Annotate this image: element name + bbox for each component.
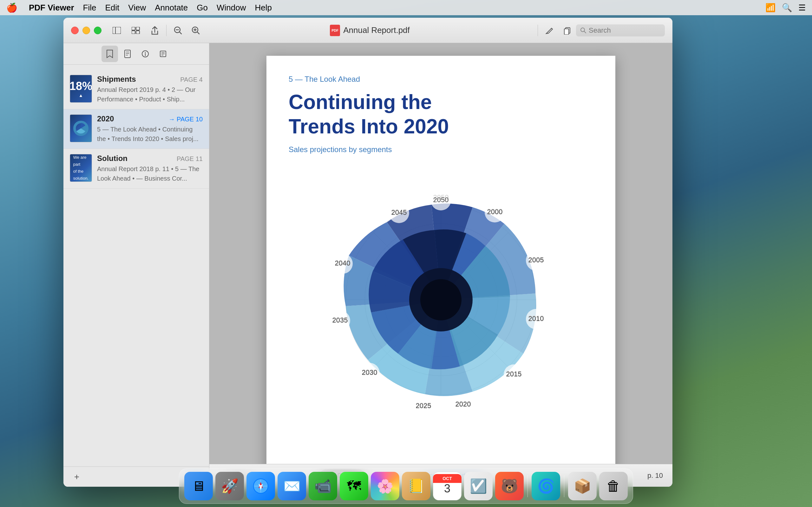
info-tool-button[interactable] — [137, 46, 154, 62]
svg-text:2040: 2040 — [335, 259, 351, 267]
dock-item-finder[interactable]: 🖥 — [184, 472, 213, 500]
sidebar-toolbar — [63, 43, 209, 65]
window-titlebar: PDF Annual Report.pdf — [63, 18, 672, 43]
svg-text:2015: 2015 — [506, 370, 522, 378]
zoom-in-button[interactable] — [187, 22, 205, 39]
result-page: PAGE 11 — [177, 155, 203, 163]
dock-item-trash[interactable]: 🗑 — [599, 472, 628, 500]
attachments-tool-button[interactable] — [155, 46, 171, 62]
dock-item-xip[interactable]: 📦 — [568, 472, 597, 500]
svg-rect-3 — [136, 27, 140, 30]
result-header: 2020 → PAGE 10 — [97, 114, 203, 123]
menubar-file[interactable]: File — [83, 3, 96, 13]
svg-rect-5 — [136, 31, 140, 34]
svg-text:2005: 2005 — [528, 256, 544, 264]
svg-rect-16 — [564, 29, 569, 35]
chart-container: 2050 2045 2040 2035 2030 2025 — [289, 167, 593, 433]
add-bookmark-button[interactable]: + — [71, 471, 83, 483]
result-page: PAGE 4 — [180, 76, 203, 83]
dock-item-reminders[interactable]: ☑️ — [464, 472, 493, 500]
dock-item-airflow[interactable]: 🌀 — [531, 472, 560, 500]
toolbar-separator-2 — [538, 25, 538, 36]
pdf-viewer-window: PDF Annual Report.pdf — [63, 18, 672, 487]
pdf-main: 5 — The Look Ahead Continuing the Trends… — [209, 43, 672, 487]
file-icon: PDF — [330, 25, 340, 36]
toolbar-separator-1 — [166, 25, 166, 36]
maximize-button[interactable] — [94, 26, 101, 34]
dock-item-facetime[interactable]: 📹 — [309, 472, 337, 500]
menubar-help[interactable]: Help — [255, 3, 271, 13]
dock-item-mail[interactable]: ✉️ — [277, 472, 306, 500]
result-page-link[interactable]: → PAGE 10 — [169, 116, 203, 123]
page-number: p. 10 — [647, 471, 663, 480]
result-thumbnail-shipments: 18% ▲ — [70, 75, 92, 103]
result-title: Solution — [97, 154, 128, 163]
control-center-icon[interactable]: ☰ — [798, 3, 806, 13]
dock-separator — [527, 475, 528, 497]
search-result-2020[interactable]: 2020 → PAGE 10 5 — The Look Ahead • Cont… — [63, 109, 209, 149]
search-result-solution[interactable]: We are part of the solution. Solution PA… — [63, 149, 209, 188]
menubar-app-name[interactable]: PDF Viewer — [29, 3, 74, 13]
result-header: Shipments PAGE 4 — [97, 75, 203, 83]
dock-item-contacts[interactable]: 📒 — [402, 472, 430, 500]
svg-text:2050: 2050 — [433, 196, 449, 204]
menubar-edit[interactable]: Edit — [105, 3, 119, 13]
apple-menu[interactable]: 🍎 — [6, 3, 17, 13]
menubar-annotate[interactable]: Annotate — [155, 3, 188, 13]
dock: 🖥 🚀 ✉️ 📹 🗺 🌸 📒 OCT 3 ☑️ 🐻 🌀 📦 🗑 — [179, 468, 633, 504]
svg-line-13 — [551, 28, 552, 29]
svg-line-12 — [197, 32, 199, 34]
pages-tool-button[interactable] — [119, 46, 136, 62]
zoom-out-button[interactable] — [169, 22, 187, 39]
pdf-page: 5 — The Look Ahead Continuing the Trends… — [266, 56, 615, 464]
dock-item-launchpad[interactable]: 🚀 — [215, 472, 244, 500]
result-title: Shipments — [97, 75, 136, 83]
pdf-scroll-area[interactable]: 5 — The Look Ahead Continuing the Trends… — [209, 43, 672, 464]
close-button[interactable] — [71, 26, 79, 34]
annotate-button[interactable] — [541, 22, 558, 39]
dock-separator-2 — [564, 475, 564, 497]
svg-rect-2 — [132, 27, 135, 30]
menubar-go[interactable]: Go — [197, 3, 208, 13]
svg-text:2030: 2030 — [362, 369, 377, 377]
svg-line-8 — [180, 32, 182, 34]
search-input[interactable] — [589, 26, 652, 35]
menubar-view[interactable]: View — [128, 3, 146, 13]
document-title: Annual Report.pdf — [343, 25, 410, 35]
svg-point-25 — [145, 52, 146, 53]
minimize-button[interactable] — [83, 26, 90, 34]
svg-text:2020: 2020 — [455, 400, 471, 408]
dock-item-bear[interactable]: 🐻 — [495, 472, 524, 500]
wifi-icon: 📶 — [765, 3, 775, 13]
sidebar: 18% ▲ Shipments PAGE 4 Annual Report 201… — [63, 43, 209, 487]
result-title: 2020 — [97, 114, 114, 123]
svg-text:2010: 2010 — [528, 315, 544, 323]
thumbnail-image — [70, 115, 92, 142]
copy-button[interactable] — [558, 22, 576, 39]
search-result-shipments[interactable]: 18% ▲ Shipments PAGE 4 Annual Report 201… — [63, 70, 209, 109]
window-body: 18% ▲ Shipments PAGE 4 Annual Report 201… — [63, 43, 672, 487]
dock-item-safari[interactable] — [247, 472, 275, 500]
svg-line-19 — [584, 32, 586, 33]
search-box[interactable] — [576, 24, 665, 37]
menubar-right: 📶 🔍 ☰ — [765, 3, 806, 13]
bookmarks-tool-button[interactable] — [101, 46, 118, 62]
result-thumbnail-solution: We are part of the solution. — [70, 154, 92, 182]
thumbnail-image: We are part of the solution. — [70, 154, 92, 181]
menubar-window[interactable]: Window — [217, 3, 246, 13]
dock-item-calendar[interactable]: OCT 3 — [433, 472, 461, 500]
dock-item-maps[interactable]: 🗺 — [340, 472, 368, 500]
dock-item-photos[interactable]: 🌸 — [371, 472, 399, 500]
result-excerpt: Annual Report 2019 p. 4 • 2 — Our Perfor… — [97, 85, 203, 104]
share-button[interactable] — [146, 22, 164, 39]
svg-text:2045: 2045 — [392, 209, 407, 216]
sidebar-toggle-button[interactable] — [108, 22, 125, 39]
toolbar-left — [108, 22, 164, 39]
thumbnails-button[interactable] — [127, 22, 145, 39]
search-icon[interactable]: 🔍 — [782, 3, 792, 13]
svg-text:2035: 2035 — [333, 316, 348, 324]
result-info-shipments: Shipments PAGE 4 Annual Report 2019 p. 4… — [97, 75, 203, 104]
svg-rect-0 — [113, 27, 121, 34]
result-excerpt: Annual Report 2018 p. 11 • 5 — The Look … — [97, 164, 203, 183]
svg-point-43 — [420, 279, 461, 320]
